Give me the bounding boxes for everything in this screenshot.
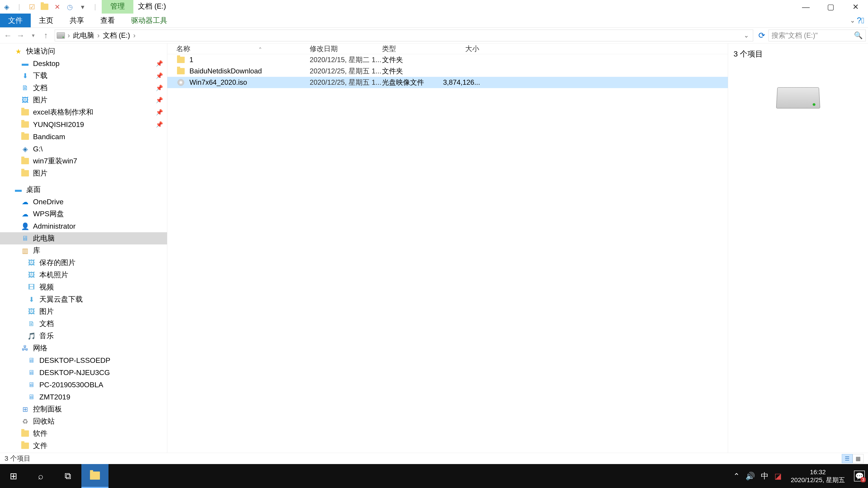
sidebar-item-admin[interactable]: 👤Administrator xyxy=(0,220,167,232)
ribbon-tab-home[interactable]: 主页 xyxy=(31,13,61,27)
control-panel-icon: ⊞ xyxy=(20,405,30,413)
pictures-icon: 🖼 xyxy=(27,271,36,279)
ime-icon[interactable]: 中 xyxy=(761,471,769,481)
status-bar: 3 个项目 ☰ ▦ xyxy=(0,453,868,464)
task-view-button[interactable]: ⧉ xyxy=(54,464,81,488)
sidebar-item-yunqishi[interactable]: YUNQISHI2019📌 xyxy=(0,119,167,131)
column-type[interactable]: 类型 xyxy=(382,44,443,54)
close-button[interactable]: ✕ xyxy=(843,0,868,13)
navigation-pane[interactable]: ★快速访问 ▬Desktop📌 ⬇下载📌 🗎文档📌 🖼图片📌 excel表格制作… xyxy=(0,43,167,453)
sidebar-item-pc2[interactable]: 🖥DESKTOP-NJEU3CG xyxy=(0,366,167,379)
file-name: Win7x64_2020.iso xyxy=(189,78,310,87)
taskbar-clock[interactable]: 16:32 2020/12/25, 星期五 xyxy=(787,468,848,484)
sidebar-item-pictures[interactable]: 🖼图片📌 xyxy=(0,94,167,106)
help-icon[interactable]: ?⃝ xyxy=(858,13,868,27)
view-details-button[interactable]: ☰ xyxy=(842,454,852,463)
minimize-button[interactable]: — xyxy=(794,0,818,13)
ribbon-tab-view[interactable]: 查看 xyxy=(92,13,123,27)
sidebar-item-pictures2[interactable]: 图片 xyxy=(0,167,167,180)
sidebar-item-onedrive[interactable]: ☁OneDrive xyxy=(0,196,167,208)
sidebar-item-downloads[interactable]: ⬇下载📌 xyxy=(0,70,167,82)
title-tab-manage[interactable]: 管理 xyxy=(102,0,133,13)
sidebar-item-music[interactable]: 🎵音乐 xyxy=(0,330,167,342)
file-list[interactable]: 12020/12/15, 星期二 1...文件夹BaiduNetdiskDown… xyxy=(167,54,728,453)
qat-check-icon[interactable]: ☑ xyxy=(27,2,37,12)
action-center-button[interactable]: 💬3 xyxy=(854,470,865,482)
address-dropdown-icon[interactable]: ⌄ xyxy=(741,32,751,39)
search-placeholder: 搜索"文档 (E:)" xyxy=(772,31,818,40)
view-icons-button[interactable]: ▦ xyxy=(852,454,864,463)
sidebar-item-wps[interactable]: ☁WPS网盘 xyxy=(0,208,167,220)
sidebar-item-videos[interactable]: 🎞视频 xyxy=(0,281,167,293)
clock-time: 16:32 xyxy=(791,468,845,476)
tray-security-icon[interactable]: ◪ xyxy=(774,471,782,481)
nav-back-button[interactable]: ← xyxy=(2,30,13,41)
sidebar-item-pics3[interactable]: 🖼图片 xyxy=(0,305,167,318)
taskbar-explorer-button[interactable] xyxy=(81,464,108,488)
sidebar-item-documents[interactable]: 🗎文档📌 xyxy=(0,82,167,94)
breadcrumb-sep-icon: › xyxy=(68,31,70,39)
start-button[interactable]: ⊞ xyxy=(0,464,27,488)
sidebar-item-thispc[interactable]: 🖥此电脑 xyxy=(0,232,167,245)
file-row[interactable]: BaiduNetdiskDownload2020/12/25, 星期五 1...… xyxy=(167,66,728,77)
search-icon[interactable]: 🔍 xyxy=(854,31,863,39)
qat-properties-icon[interactable]: ◷ xyxy=(65,2,75,12)
sidebar-quick-access[interactable]: ★快速访问 xyxy=(0,45,167,57)
taskbar-search-button[interactable]: ⌕ xyxy=(27,464,54,488)
sidebar-item-network[interactable]: 🖧网络 xyxy=(0,342,167,354)
sidebar-item-desktop[interactable]: ▬Desktop📌 xyxy=(0,57,167,70)
column-size[interactable]: 大小 xyxy=(443,44,479,54)
pc-icon: 🖥 xyxy=(20,234,30,242)
ribbon-tab-drive-tools[interactable]: 驱动器工具 xyxy=(123,13,176,27)
sidebar-item-pc1[interactable]: 🖥DESKTOP-LSSOEDP xyxy=(0,354,167,366)
nav-recent-dropdown[interactable]: ▾ xyxy=(28,30,39,41)
sidebar-item-gdrive[interactable]: ◈G:\ xyxy=(0,143,167,155)
qat-separator: | xyxy=(14,2,24,12)
column-date[interactable]: 修改日期 xyxy=(310,44,382,54)
ribbon-tab-share[interactable]: 共享 xyxy=(61,13,92,27)
search-input[interactable]: 搜索"文档 (E:)" 🔍 xyxy=(769,30,866,41)
file-row[interactable]: 12020/12/15, 星期二 1...文件夹 xyxy=(167,54,728,66)
nav-forward-button[interactable]: → xyxy=(15,30,26,41)
ribbon-tab-file[interactable]: 文件 xyxy=(0,13,31,27)
qat-dropdown-icon[interactable]: ▾ xyxy=(77,2,88,12)
ribbon-expand-icon[interactable]: ⌄ xyxy=(847,13,858,27)
breadcrumb-current[interactable]: 文档 (E:) xyxy=(101,31,132,40)
taskbar[interactable]: ⊞ ⌕ ⧉ ⌃ 🔊 中 ◪ 16:32 2020/12/25, 星期五 💬3 xyxy=(0,464,868,488)
sidebar-item-pc4[interactable]: 🖥ZMT2019 xyxy=(0,391,167,403)
qat-delete-icon[interactable]: ✕ xyxy=(52,2,62,12)
tray-overflow-icon[interactable]: ⌃ xyxy=(733,471,740,481)
details-pane: 3 个项目 xyxy=(728,43,868,453)
app-icon[interactable]: ◈ xyxy=(1,2,12,12)
pin-icon: 📌 xyxy=(156,85,163,92)
sidebar-item-software[interactable]: 软件 xyxy=(0,427,167,440)
refresh-button[interactable]: ⟳ xyxy=(756,30,767,41)
sidebar-desktop-group[interactable]: ▬桌面 xyxy=(0,184,167,196)
maximize-button[interactable]: ▢ xyxy=(818,0,843,13)
sidebar-item-docs2[interactable]: 🗎文档 xyxy=(0,318,167,330)
address-bar[interactable]: › 此电脑 › 文档 (E:) › ⌄ xyxy=(55,30,753,41)
sidebar-item-files[interactable]: 文件 xyxy=(0,440,167,452)
sidebar-item-control-panel[interactable]: ⊞控制面板 xyxy=(0,403,167,415)
breadcrumb-this-pc[interactable]: 此电脑 xyxy=(71,31,96,40)
volume-icon[interactable]: 🔊 xyxy=(745,471,755,481)
system-tray[interactable]: ⌃ 🔊 中 ◪ 16:32 2020/12/25, 星期五 💬3 xyxy=(733,464,868,488)
drive-illustration-icon xyxy=(776,87,820,108)
sidebar-item-local-photos[interactable]: 🖼本机照片 xyxy=(0,269,167,281)
sidebar-item-pc3[interactable]: 🖥PC-20190530OBLA xyxy=(0,379,167,391)
column-name[interactable]: 名称⌃ xyxy=(176,44,310,54)
sidebar-item-excel[interactable]: excel表格制作求和📌 xyxy=(0,106,167,119)
sidebar-item-tianyi[interactable]: ⬇天翼云盘下载 xyxy=(0,293,167,305)
column-headers[interactable]: 名称⌃ 修改日期 类型 大小 xyxy=(167,43,728,54)
file-type: 光盘映像文件 xyxy=(382,78,443,87)
sidebar-item-recycle[interactable]: ♻回收站 xyxy=(0,415,167,427)
qat-folder-icon[interactable] xyxy=(39,2,50,12)
sidebar-item-saved-pics[interactable]: 🖼保存的图片 xyxy=(0,257,167,269)
nav-up-button[interactable]: ↑ xyxy=(40,30,52,41)
sidebar-item-win7[interactable]: win7重装win7 xyxy=(0,155,167,167)
breadcrumb-sep-icon[interactable]: › xyxy=(133,31,135,39)
file-row[interactable]: Win7x64_2020.iso2020/12/25, 星期五 1...光盘映像… xyxy=(167,77,728,88)
sidebar-item-bandicam[interactable]: Bandicam xyxy=(0,131,167,143)
breadcrumb-sep-icon[interactable]: › xyxy=(97,31,99,39)
sidebar-item-libraries[interactable]: ▥库 xyxy=(0,245,167,257)
